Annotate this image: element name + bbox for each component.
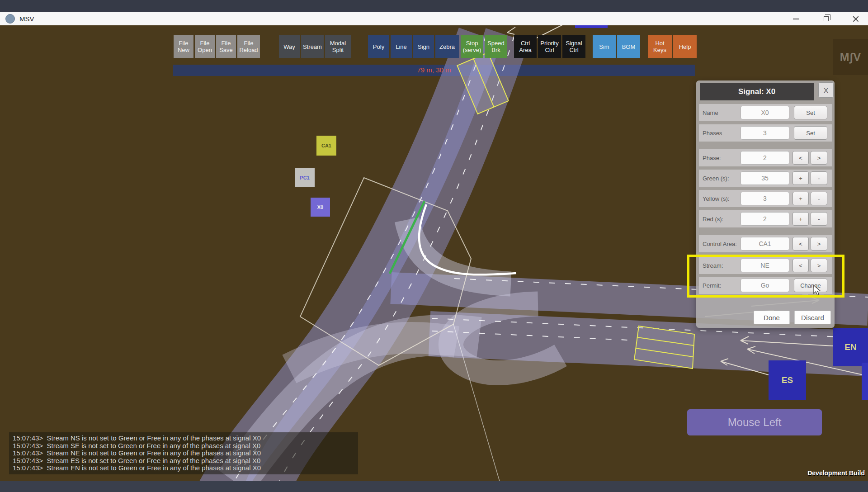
window-title: MSV	[19, 15, 34, 23]
close-icon[interactable]	[850, 14, 862, 24]
toolbar-button-file-new[interactable]: File New	[174, 35, 193, 58]
field-label: Control Area:	[703, 235, 737, 252]
toolbar-button-hot-keys[interactable]: Hot Keys	[648, 35, 672, 58]
control-area-prev-button[interactable]: <	[793, 237, 809, 251]
phases-set-button[interactable]: Set	[794, 126, 827, 140]
yellow-field[interactable]: 3	[741, 192, 789, 205]
application-window: MSV	[0, 0, 868, 492]
field-label: Yellow (s):	[703, 190, 729, 207]
green-minus-button[interactable]: -	[811, 171, 827, 185]
stream-box-ew-sliver	[575, 25, 608, 28]
toolbar-button-speed-brk[interactable]: Speed Brk	[485, 35, 507, 58]
yellow-plus-button[interactable]: +	[793, 192, 809, 205]
toolbar-button-ctrl-area[interactable]: Ctrl Area	[514, 35, 537, 58]
panel-row-name: Name X0 Set	[699, 104, 832, 121]
toolbar-button-file-open[interactable]: File Open	[195, 35, 215, 58]
field-label: Phase:	[703, 149, 721, 166]
toolbar-button-line[interactable]: Line	[391, 35, 412, 58]
panel-title: Signal: X0	[700, 83, 814, 100]
panel-row-green: Green (s): 35 + -	[699, 170, 832, 187]
desktop-top-strip	[0, 0, 868, 12]
window-controls	[790, 12, 862, 25]
panel-close-button[interactable]: X	[818, 82, 834, 98]
panel-actions: Done Discard	[696, 311, 835, 324]
green-plus-button[interactable]: +	[793, 171, 809, 185]
panel-row-red: Red (s): 2 + -	[699, 210, 832, 227]
discard-button[interactable]: Discard	[794, 311, 831, 324]
log-line: 15:07:43> Stream ES is not set to Green …	[13, 457, 354, 465]
toolbar-button-priority-ctrl[interactable]: Priority Ctrl	[538, 35, 561, 58]
stream-box-partial	[862, 363, 868, 400]
field-label: Red (s):	[703, 210, 723, 227]
log-line: 15:07:43> Stream NE is not set to Green …	[13, 449, 354, 457]
toolbar-button-stop-serve[interactable]: Stop (serve)	[461, 35, 483, 58]
red-plus-button[interactable]: +	[793, 212, 809, 226]
yellow-minus-button[interactable]: -	[811, 192, 827, 205]
phases-field[interactable]: 3	[741, 126, 789, 140]
log-console: 15:07:43> Stream NS is not set to Green …	[9, 432, 358, 474]
panel-row-control-area: Control Area: CA1 < >	[699, 235, 832, 252]
toolbar-button-sim[interactable]: Sim	[593, 35, 616, 58]
stream-box-es[interactable]: ES	[769, 360, 806, 400]
name-field[interactable]: X0	[741, 106, 789, 119]
msv-logo-watermark: M∫V	[833, 39, 868, 75]
app-icon	[5, 14, 15, 24]
field-label: Phases	[703, 124, 722, 142]
control-area-next-button[interactable]: >	[811, 237, 827, 251]
name-set-button[interactable]: Set	[794, 106, 827, 119]
maximize-icon[interactable]	[820, 14, 832, 24]
toolbar-button-modal-split[interactable]: Modal Split	[325, 35, 351, 58]
priority-ctrl-box-pc1[interactable]: PC1	[295, 168, 315, 187]
toolbar-button-zebra[interactable]: Zebra	[435, 35, 459, 58]
map-canvas[interactable]: 79 m, 30 m File New File Open File Save …	[0, 25, 868, 481]
toolbar-button-stream[interactable]: Stream	[301, 35, 324, 58]
panel-row-phase: Phase: 2 < >	[699, 149, 832, 166]
toolbar-button-file-reload[interactable]: File Reload	[237, 35, 260, 58]
toolbar-button-signal-ctrl[interactable]: Signal Ctrl	[562, 35, 585, 58]
green-field[interactable]: 35	[741, 171, 789, 185]
log-line: 15:07:43> Stream NS is not set to Green …	[13, 435, 354, 442]
control-area-box-ca1[interactable]: CA1	[316, 136, 336, 156]
desktop-bottom-strip	[0, 481, 868, 492]
field-label: Name	[703, 104, 718, 121]
measure-label: 79 m, 30 m	[417, 66, 451, 74]
phase-field[interactable]: 2	[741, 151, 789, 165]
mouse-left-hint: Mouse Left	[687, 409, 822, 435]
toolbar-button-file-save[interactable]: File Save	[216, 35, 236, 58]
minimize-icon[interactable]	[790, 14, 802, 24]
red-minus-button[interactable]: -	[811, 212, 827, 226]
mouse-cursor	[813, 285, 824, 297]
panel-row-phases: Phases 3 Set	[699, 124, 832, 142]
phase-next-button[interactable]: >	[811, 151, 827, 165]
done-button[interactable]: Done	[754, 311, 790, 324]
toolbar-button-help[interactable]: Help	[673, 35, 697, 58]
field-label: Green (s):	[703, 170, 729, 187]
toolbar-button-poly[interactable]: Poly	[368, 35, 389, 58]
toolbar-button-bgm[interactable]: BGM	[617, 35, 640, 58]
red-field[interactable]: 2	[741, 212, 789, 226]
stream-box-en[interactable]: EN	[833, 328, 868, 366]
signal-box-x0[interactable]: X0	[311, 198, 330, 217]
phase-prev-button[interactable]: <	[793, 151, 809, 165]
panel-row-yellow: Yellow (s): 3 + -	[699, 190, 832, 207]
toolbar-button-way[interactable]: Way	[279, 35, 300, 58]
window-titlebar: MSV	[0, 12, 868, 25]
log-line: 15:07:43> Stream SE is not set to Green …	[13, 442, 354, 450]
development-build-label: Development Build	[807, 469, 865, 477]
control-area-field[interactable]: CA1	[741, 237, 789, 251]
log-line: 15:07:43> Stream EN is not set to Green …	[13, 464, 354, 472]
toolbar-button-sign[interactable]: Sign	[413, 35, 434, 58]
